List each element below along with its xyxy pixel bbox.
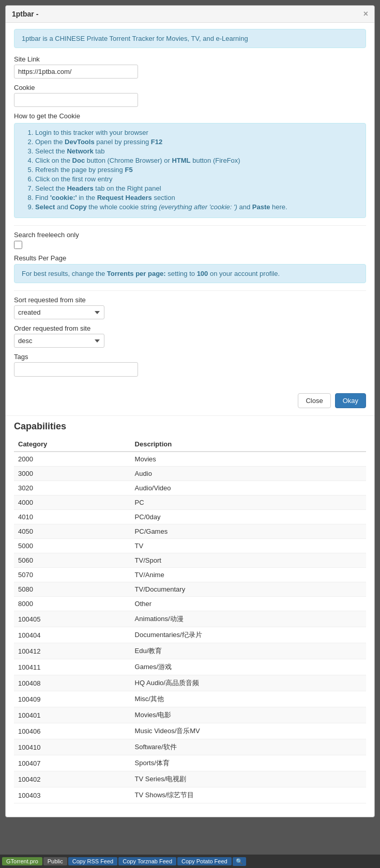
cap-description: Documentaries/纪录片 [131, 627, 366, 643]
cap-description: TV [131, 539, 366, 553]
cap-description: Movies/电影 [131, 707, 366, 723]
tags-group: Tags [14, 353, 366, 377]
bar-potato[interactable]: Copy Potato Feed [177, 857, 232, 865]
info-box: 1ptbar is a CHINESE Private Torrent Trac… [14, 29, 366, 48]
cap-description: HQ Audio/高品质音频 [131, 675, 366, 691]
table-row: 4050PC/Games [14, 524, 366, 539]
search-icon-bar[interactable]: 🔍 [233, 857, 246, 866]
cap-description: TV/Anime [131, 568, 366, 582]
results-per-page-label: Results Per Page [14, 254, 366, 262]
how-to-steps: Login to this tracker with your browser … [25, 129, 358, 211]
divider-3 [6, 415, 374, 416]
cap-description: Animations/动漫 [131, 611, 366, 627]
cap-category: 100402 [14, 771, 131, 787]
table-row: 100408HQ Audio/高品质音频 [14, 675, 366, 691]
table-row: 5060TV/Sport [14, 553, 366, 568]
cap-description: Edu/教育 [131, 643, 366, 659]
cookie-input[interactable] [14, 93, 138, 107]
bottom-bar: GTorrent.pro Public Copy RSS Feed Copy T… [0, 855, 380, 868]
step-5: Refresh the page by pressing F5 [35, 166, 358, 174]
modal-title: 1ptbar - [12, 10, 38, 18]
cap-category: 100401 [14, 707, 131, 723]
okay-button[interactable]: Okay [335, 393, 366, 408]
col-description: Description [131, 437, 366, 452]
step-1: Login to this tracker with your browser [35, 129, 358, 136]
table-row: 3020Audio/Video [14, 481, 366, 495]
tags-input[interactable] [14, 362, 138, 377]
tags-label: Tags [14, 353, 366, 361]
cap-category: 100409 [14, 691, 131, 707]
step-2: Open the DevTools panel by pressing F12 [35, 138, 358, 146]
cap-description: TV Shows/综艺节目 [131, 787, 366, 803]
cap-description: Other [131, 597, 366, 611]
sort-select[interactable]: created size seeders leechers [14, 305, 104, 319]
cap-category: 5070 [14, 568, 131, 582]
modal-body: 1ptbar is a CHINESE Private Torrent Trac… [6, 23, 374, 388]
freeleech-label: Search freeleech only [14, 231, 366, 239]
cap-description: PC/0day [131, 510, 366, 524]
cap-description: Games/游戏 [131, 659, 366, 675]
sort-label: Sort requested from site [14, 296, 366, 304]
freeleech-checkbox[interactable] [14, 241, 22, 249]
cap-description: Audio [131, 467, 366, 481]
close-icon[interactable]: × [363, 10, 368, 18]
site-link-input[interactable] [14, 65, 138, 79]
bar-gtorrent[interactable]: GTorrent.pro [2, 857, 42, 865]
table-row: 5080TV/Documentary [14, 582, 366, 597]
cap-category: 3000 [14, 467, 131, 481]
step-6: Click on the first row entry [35, 175, 358, 183]
cap-description: Audio/Video [131, 481, 366, 495]
step-3: Select the Network tab [35, 147, 358, 155]
capabilities-section: Capabilities Category Description 2000Mo… [6, 421, 374, 812]
cap-description: TV/Documentary [131, 582, 366, 597]
table-row: 100402TV Series/电视剧 [14, 771, 366, 787]
order-select[interactable]: desc asc [14, 334, 104, 348]
cap-category: 4010 [14, 510, 131, 524]
table-row: 8000Other [14, 597, 366, 611]
cap-category: 8000 [14, 597, 131, 611]
cap-description: PC [131, 495, 366, 510]
info-text: 1ptbar is a CHINESE Private Torrent Trac… [22, 35, 248, 42]
cap-category: 4000 [14, 495, 131, 510]
table-row: 5000TV [14, 539, 366, 553]
cap-description: Misc/其他 [131, 691, 366, 707]
table-row: 100409Misc/其他 [14, 691, 366, 707]
step-9: Select and Copy the whole cookie string … [35, 203, 358, 211]
cap-description: Music Videos/音乐MV [131, 723, 366, 739]
cap-category: 4050 [14, 524, 131, 539]
how-to-label: How to get the Cookie [14, 112, 366, 120]
bar-torznab[interactable]: Copy Torznab Feed [118, 857, 176, 865]
table-row: 5070TV/Anime [14, 568, 366, 582]
divider-1 [14, 225, 366, 226]
capabilities-table: Category Description 2000Movies3000Audio… [14, 437, 366, 803]
step-8: Find 'cookie:' in the Request Headers se… [35, 194, 358, 202]
table-row: 100410Software/软件 [14, 739, 366, 755]
cap-category: 5060 [14, 553, 131, 568]
table-row: 100412Edu/教育 [14, 643, 366, 659]
cap-category: 100410 [14, 739, 131, 755]
site-link-group: Site Link [14, 55, 366, 79]
cap-description: Movies [131, 452, 366, 467]
sort-group: Sort requested from site created size se… [14, 296, 366, 319]
results-info-text: For best results, change the Torrents pe… [22, 270, 280, 277]
divider-2 [14, 290, 366, 291]
bar-public: Public [43, 857, 67, 865]
cap-category: 2000 [14, 452, 131, 467]
table-row: 100401Movies/电影 [14, 707, 366, 723]
cap-category: 100403 [14, 787, 131, 803]
table-row: 4000PC [14, 495, 366, 510]
table-row: 100406Music Videos/音乐MV [14, 723, 366, 739]
table-row: 100411Games/游戏 [14, 659, 366, 675]
cap-category: 100411 [14, 659, 131, 675]
table-row: 3000Audio [14, 467, 366, 481]
cookie-group: Cookie [14, 84, 366, 107]
close-button[interactable]: Close [298, 393, 330, 408]
step-4: Click on the Doc button (Chrome Browser)… [35, 157, 358, 164]
cap-description: TV/Sport [131, 553, 366, 568]
bar-rss[interactable]: Copy RSS Feed [68, 857, 117, 865]
table-row: 100405Animations/动漫 [14, 611, 366, 627]
col-category: Category [14, 437, 131, 452]
cap-category: 100406 [14, 723, 131, 739]
modal-footer: Close Okay [6, 388, 374, 410]
results-info-box: For best results, change the Torrents pe… [14, 264, 366, 283]
